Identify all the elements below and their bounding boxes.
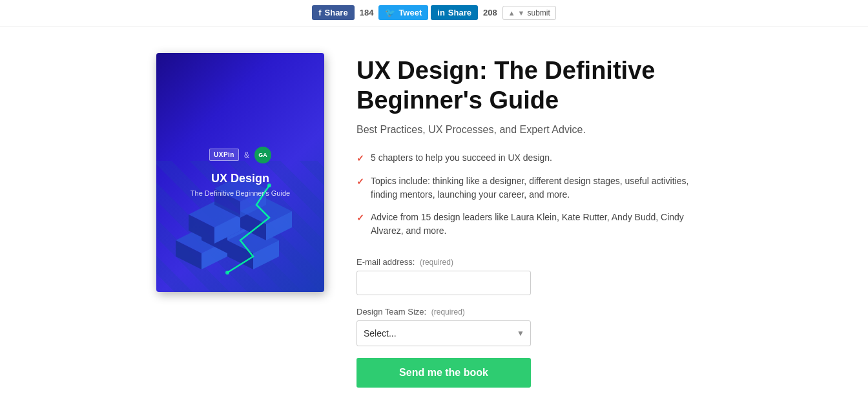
linkedin-count: 208 xyxy=(480,8,500,17)
page-title: UX Design: The Definitive Beginner's Gui… xyxy=(356,56,712,115)
submit-button[interactable]: Send me the book xyxy=(356,358,531,388)
svg-point-19 xyxy=(225,271,229,275)
feature-item-1: ✓ 5 chapters to help you succeed in UX d… xyxy=(356,151,712,165)
facebook-share-label: Share xyxy=(325,8,348,17)
team-size-select[interactable]: Select...12-56-1011-2526-5050+ xyxy=(356,320,531,346)
checkmark-icon-2: ✓ xyxy=(356,175,364,189)
team-size-required-tag: (required) xyxy=(431,307,465,317)
reddit-submit-label: submit xyxy=(527,8,550,17)
linkedin-share-button[interactable]: in Share xyxy=(431,5,478,20)
content-area: UX Design: The Definitive Beginner's Gui… xyxy=(356,53,712,396)
feature-text-3: Advice from 15 design leaders like Laura… xyxy=(371,211,712,238)
feature-list: ✓ 5 chapters to help you succeed in UX d… xyxy=(356,151,712,238)
feature-item-2: ✓ Topics include: thinking like a design… xyxy=(356,174,712,202)
twitter-share-label: Tweet xyxy=(398,8,422,17)
ga-logo: GA xyxy=(254,147,271,163)
twitter-share-button[interactable]: 🐦 Tweet xyxy=(378,5,428,20)
main-content: UXPin & GA UX Design The Definitive Begi… xyxy=(143,53,725,396)
reddit-share-button[interactable]: ▲ ▼ submit xyxy=(502,6,556,20)
feature-text-2: Topics include: thinking like a designer… xyxy=(371,174,712,202)
facebook-icon: f xyxy=(318,8,321,17)
facebook-share-button[interactable]: f Share xyxy=(312,5,354,20)
book-logos: UXPin & GA xyxy=(209,147,271,163)
book-cover-title: UX Design xyxy=(211,171,269,186)
email-required-tag: (required) xyxy=(420,258,453,267)
email-form-group: E-mail address: (required) xyxy=(356,257,712,295)
checkmark-icon-1: ✓ xyxy=(356,152,364,165)
team-size-select-wrapper: Select...12-56-1011-2526-5050+ ▼ xyxy=(356,320,531,346)
book-cover: UXPin & GA UX Design The Definitive Begi… xyxy=(156,53,324,292)
linkedin-share-label: Share xyxy=(448,8,471,17)
team-size-form-group: Design Team Size: (required) Select...12… xyxy=(356,307,712,346)
reddit-downvote-icon[interactable]: ▼ xyxy=(518,9,525,17)
feature-text-1: 5 chapters to help you succeed in UX des… xyxy=(371,151,552,165)
logo-ampersand: & xyxy=(244,151,249,160)
share-bar: f Share 184 🐦 Tweet in Share 208 ▲ ▼ sub… xyxy=(0,0,868,27)
twitter-icon: 🐦 xyxy=(385,8,395,17)
checkmark-icon-3: ✓ xyxy=(356,211,364,225)
page-subtitle: Best Practices, UX Processes, and Expert… xyxy=(356,124,712,136)
facebook-count: 184 xyxy=(357,8,377,17)
uxpin-logo: UXPin xyxy=(209,149,239,161)
reddit-upvote-icon[interactable]: ▲ xyxy=(508,9,515,17)
book-cover-subtitle: The Definitive Beginner's Guide xyxy=(191,189,290,198)
linkedin-icon: in xyxy=(437,8,445,17)
email-label: E-mail address: (required) xyxy=(356,257,712,267)
feature-item-3: ✓ Advice from 15 design leaders like Lau… xyxy=(356,211,712,238)
team-size-label: Design Team Size: (required) xyxy=(356,307,712,317)
email-input[interactable] xyxy=(356,271,531,295)
